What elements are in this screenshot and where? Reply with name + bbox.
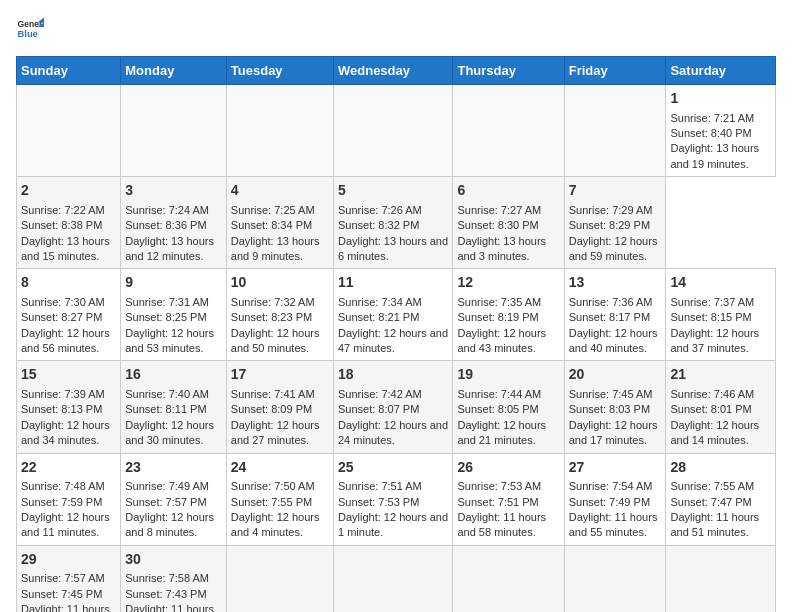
calendar-cell	[226, 85, 333, 177]
calendar-cell: 27Sunrise: 7:54 AMSunset: 7:49 PMDayligh…	[564, 453, 666, 545]
day-number: 25	[338, 458, 448, 478]
daylight-text: Daylight: 12 hours and 30 minutes.	[125, 419, 214, 446]
day-number: 16	[125, 365, 222, 385]
daylight-text: Daylight: 12 hours and 4 minutes.	[231, 511, 320, 538]
daylight-text: Daylight: 11 hours and 58 minutes.	[457, 511, 546, 538]
sunrise-text: Sunrise: 7:36 AM	[569, 296, 653, 308]
sunrise-text: Sunrise: 7:55 AM	[670, 480, 754, 492]
sunset-text: Sunset: 8:09 PM	[231, 403, 312, 415]
sunset-text: Sunset: 7:45 PM	[21, 588, 102, 600]
day-number: 22	[21, 458, 116, 478]
calendar-cell: 2Sunrise: 7:22 AMSunset: 8:38 PMDaylight…	[17, 177, 121, 269]
calendar-cell: 4Sunrise: 7:25 AMSunset: 8:34 PMDaylight…	[226, 177, 333, 269]
day-number: 13	[569, 273, 662, 293]
calendar-cell: 15Sunrise: 7:39 AMSunset: 8:13 PMDayligh…	[17, 361, 121, 453]
day-number: 3	[125, 181, 222, 201]
calendar-cell: 26Sunrise: 7:53 AMSunset: 7:51 PMDayligh…	[453, 453, 564, 545]
day-number: 20	[569, 365, 662, 385]
sunrise-text: Sunrise: 7:46 AM	[670, 388, 754, 400]
sunset-text: Sunset: 8:32 PM	[338, 219, 419, 231]
day-number: 18	[338, 365, 448, 385]
day-number: 23	[125, 458, 222, 478]
calendar-cell	[226, 545, 333, 612]
day-number: 26	[457, 458, 559, 478]
day-number: 11	[338, 273, 448, 293]
calendar-cell: 9Sunrise: 7:31 AMSunset: 8:25 PMDaylight…	[121, 269, 227, 361]
sunset-text: Sunset: 8:25 PM	[125, 311, 206, 323]
sunrise-text: Sunrise: 7:45 AM	[569, 388, 653, 400]
daylight-text: Daylight: 13 hours and 3 minutes.	[457, 235, 546, 262]
calendar-cell: 16Sunrise: 7:40 AMSunset: 8:11 PMDayligh…	[121, 361, 227, 453]
sunrise-text: Sunrise: 7:30 AM	[21, 296, 105, 308]
calendar-week-5: 22Sunrise: 7:48 AMSunset: 7:59 PMDayligh…	[17, 453, 776, 545]
day-number: 10	[231, 273, 329, 293]
daylight-text: Daylight: 12 hours and 34 minutes.	[21, 419, 110, 446]
sunset-text: Sunset: 8:05 PM	[457, 403, 538, 415]
daylight-text: Daylight: 12 hours and 17 minutes.	[569, 419, 658, 446]
calendar-cell	[453, 545, 564, 612]
day-number: 21	[670, 365, 771, 385]
sunset-text: Sunset: 8:11 PM	[125, 403, 206, 415]
dow-header-monday: Monday	[121, 57, 227, 85]
daylight-text: Daylight: 11 hours and 51 minutes.	[670, 511, 759, 538]
day-number: 28	[670, 458, 771, 478]
daylight-text: Daylight: 12 hours and 59 minutes.	[569, 235, 658, 262]
sunset-text: Sunset: 8:07 PM	[338, 403, 419, 415]
sunrise-text: Sunrise: 7:34 AM	[338, 296, 422, 308]
sunrise-text: Sunrise: 7:27 AM	[457, 204, 541, 216]
day-number: 1	[670, 89, 771, 109]
sunset-text: Sunset: 8:03 PM	[569, 403, 650, 415]
dow-header-friday: Friday	[564, 57, 666, 85]
daylight-text: Daylight: 11 hours and 48 minutes.	[21, 603, 110, 612]
sunset-text: Sunset: 8:30 PM	[457, 219, 538, 231]
sunrise-text: Sunrise: 7:58 AM	[125, 572, 209, 584]
calendar-cell	[333, 545, 452, 612]
day-number: 17	[231, 365, 329, 385]
sunset-text: Sunset: 8:34 PM	[231, 219, 312, 231]
calendar-week-3: 8Sunrise: 7:30 AMSunset: 8:27 PMDaylight…	[17, 269, 776, 361]
sunset-text: Sunset: 8:13 PM	[21, 403, 102, 415]
sunrise-text: Sunrise: 7:35 AM	[457, 296, 541, 308]
daylight-text: Daylight: 11 hours and 55 minutes.	[569, 511, 658, 538]
daylight-text: Daylight: 12 hours and 24 minutes.	[338, 419, 448, 446]
day-number: 29	[21, 550, 116, 570]
day-number: 8	[21, 273, 116, 293]
sunset-text: Sunset: 7:51 PM	[457, 496, 538, 508]
dow-header-thursday: Thursday	[453, 57, 564, 85]
sunrise-text: Sunrise: 7:53 AM	[457, 480, 541, 492]
calendar-cell	[564, 545, 666, 612]
calendar-cell: 30Sunrise: 7:58 AMSunset: 7:43 PMDayligh…	[121, 545, 227, 612]
calendar-cell: 6Sunrise: 7:27 AMSunset: 8:30 PMDaylight…	[453, 177, 564, 269]
calendar-week-1: 1Sunrise: 7:21 AMSunset: 8:40 PMDaylight…	[17, 85, 776, 177]
calendar-cell: 1Sunrise: 7:21 AMSunset: 8:40 PMDaylight…	[666, 85, 776, 177]
calendar-cell	[564, 85, 666, 177]
day-number: 7	[569, 181, 662, 201]
calendar-cell: 14Sunrise: 7:37 AMSunset: 8:15 PMDayligh…	[666, 269, 776, 361]
dow-header-saturday: Saturday	[666, 57, 776, 85]
sunrise-text: Sunrise: 7:31 AM	[125, 296, 209, 308]
svg-text:Blue: Blue	[18, 29, 38, 39]
sunset-text: Sunset: 7:55 PM	[231, 496, 312, 508]
calendar-cell	[453, 85, 564, 177]
calendar-cell: 20Sunrise: 7:45 AMSunset: 8:03 PMDayligh…	[564, 361, 666, 453]
daylight-text: Daylight: 13 hours and 9 minutes.	[231, 235, 320, 262]
sunset-text: Sunset: 7:57 PM	[125, 496, 206, 508]
calendar-cell: 28Sunrise: 7:55 AMSunset: 7:47 PMDayligh…	[666, 453, 776, 545]
sunset-text: Sunset: 7:47 PM	[670, 496, 751, 508]
calendar-cell: 11Sunrise: 7:34 AMSunset: 8:21 PMDayligh…	[333, 269, 452, 361]
sunrise-text: Sunrise: 7:41 AM	[231, 388, 315, 400]
daylight-text: Daylight: 12 hours and 56 minutes.	[21, 327, 110, 354]
daylight-text: Daylight: 12 hours and 11 minutes.	[21, 511, 110, 538]
dow-header-wednesday: Wednesday	[333, 57, 452, 85]
sunset-text: Sunset: 8:23 PM	[231, 311, 312, 323]
daylight-text: Daylight: 13 hours and 19 minutes.	[670, 142, 759, 169]
daylight-text: Daylight: 12 hours and 40 minutes.	[569, 327, 658, 354]
calendar-cell: 24Sunrise: 7:50 AMSunset: 7:55 PMDayligh…	[226, 453, 333, 545]
sunrise-text: Sunrise: 7:44 AM	[457, 388, 541, 400]
sunset-text: Sunset: 8:40 PM	[670, 127, 751, 139]
sunset-text: Sunset: 8:15 PM	[670, 311, 751, 323]
dow-header-sunday: Sunday	[17, 57, 121, 85]
sunset-text: Sunset: 8:36 PM	[125, 219, 206, 231]
calendar-cell: 3Sunrise: 7:24 AMSunset: 8:36 PMDaylight…	[121, 177, 227, 269]
sunset-text: Sunset: 8:27 PM	[21, 311, 102, 323]
